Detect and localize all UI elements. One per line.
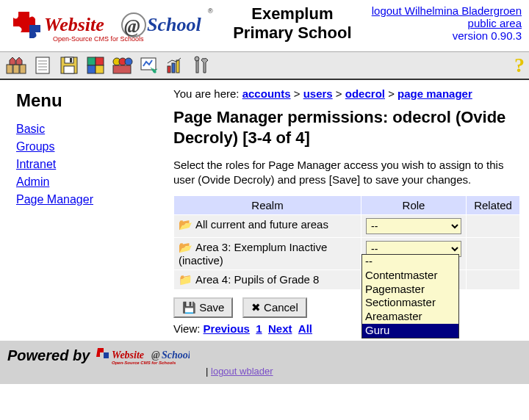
save-disk-icon[interactable] [57, 55, 81, 76]
role-select-0[interactable]: -- [366, 218, 461, 234]
svg-text:✔: ✔ [152, 67, 158, 75]
svg-rect-23 [96, 65, 104, 73]
svg-rect-32 [176, 60, 179, 73]
svg-rect-11 [36, 57, 49, 73]
pager: View: Previous 1 Next All [173, 322, 520, 335]
table-row: 📁Area 4: Pupils of Grade 8 [174, 270, 520, 290]
svg-marker-10 [16, 57, 22, 65]
menu-heading: Menu [16, 90, 162, 111]
config-icon[interactable]: ✔ [137, 55, 160, 76]
org-title-1: Exemplum [213, 4, 372, 23]
page-description: Select the roles for Page Manager access… [173, 158, 520, 187]
folder-icon: 📂 [179, 218, 192, 231]
svg-rect-30 [168, 66, 170, 73]
sidebar-item-intranet[interactable]: Intranet [16, 158, 162, 171]
folder-icon: 📁 [179, 273, 192, 286]
tools-icon[interactable] [190, 55, 213, 76]
svg-text:@: @ [151, 350, 160, 361]
puzzle-icon[interactable] [84, 55, 107, 76]
role-option[interactable]: -- [362, 255, 458, 269]
page-icon[interactable] [31, 55, 54, 76]
stats-icon[interactable] [163, 55, 187, 76]
home-icon[interactable] [4, 55, 28, 76]
pager-page[interactable]: 1 [256, 322, 262, 335]
users-icon[interactable] [110, 55, 134, 76]
svg-rect-17 [65, 57, 73, 63]
svg-rect-7 [13, 65, 19, 73]
powered-by: Powered by Website @ School Open-Source … [7, 345, 190, 366]
logo[interactable]: Website @ School Open-Source CMS for Sch… [7, 4, 213, 48]
sidebar-item-groups[interactable]: Groups [16, 140, 162, 153]
svg-rect-8 [20, 65, 26, 73]
role-dropdown-open[interactable]: -- Contentmaster Pagemaster Sectionmaste… [361, 254, 459, 338]
org-title-2: Primary School [213, 23, 372, 43]
svg-rect-31 [172, 63, 175, 73]
crumb-page-manager[interactable]: page manager [397, 87, 472, 100]
svg-text:®: ® [208, 7, 213, 15]
svg-rect-27 [113, 65, 131, 73]
sidebar-item-admin[interactable]: Admin [16, 175, 162, 189]
col-related: Related [467, 196, 520, 215]
breadcrumb: You are here: accounts > users > odecrol… [173, 87, 520, 100]
svg-rect-21 [96, 57, 104, 65]
svg-rect-20 [87, 57, 96, 65]
role-option-selected[interactable]: Guru [362, 324, 458, 338]
svg-text:School: School [162, 350, 190, 361]
svg-rect-18 [64, 66, 74, 73]
role-option[interactable]: Contentmaster [362, 269, 458, 283]
crumb-accounts[interactable]: accounts [242, 87, 291, 100]
cancel-button[interactable]: ✖ Cancel [242, 297, 307, 318]
sidebar-item-page-manager[interactable]: Page Manager [16, 193, 162, 206]
svg-text:School: School [147, 14, 201, 35]
role-option[interactable]: Pagemaster [362, 283, 458, 297]
footer-logout-link[interactable]: logout wblader [211, 366, 273, 377]
svg-rect-6 [7, 65, 12, 73]
help-icon[interactable]: ? [514, 54, 525, 77]
pager-prev[interactable]: Previous [204, 322, 250, 335]
crumb-odecrol[interactable]: odecrol [345, 87, 385, 100]
crumb-users[interactable]: users [303, 87, 333, 100]
role-option[interactable]: Sectionmaster [362, 296, 458, 310]
svg-rect-19 [70, 58, 72, 62]
sidebar-item-basic[interactable]: Basic [16, 123, 162, 136]
table-row: 📂Area 3: Exemplum Inactive (inactive) --… [174, 238, 520, 270]
role-option[interactable]: Areamaster [362, 310, 458, 324]
svg-marker-9 [10, 57, 15, 65]
svg-point-34 [195, 57, 199, 61]
svg-text:Open-Source CMS for Schools: Open-Source CMS for Schools [53, 35, 144, 43]
svg-point-26 [125, 58, 132, 65]
col-realm: Realm [174, 196, 361, 215]
table-row: 📂All current and future areas -- [174, 215, 520, 238]
version-label: version 0.90.3 [453, 29, 522, 42]
public-area-link[interactable]: public area [468, 17, 522, 29]
save-button[interactable]: 💾 Save [173, 297, 233, 318]
pager-all[interactable]: All [298, 322, 312, 335]
svg-text:Open-Source CMS for Schools: Open-Source CMS for Schools [112, 361, 176, 365]
svg-text:Website: Website [44, 14, 104, 35]
svg-text:@: @ [124, 15, 140, 37]
pager-next[interactable]: Next [268, 322, 292, 335]
svg-rect-22 [87, 65, 96, 73]
logout-link[interactable]: logout Wilhelmina Bladergroen [372, 4, 522, 17]
col-role: Role [361, 196, 467, 215]
folder-icon: 📂 [179, 241, 192, 253]
svg-text:Website: Website [112, 350, 144, 361]
toolbar: ✔ ? [0, 51, 529, 80]
permissions-table: Realm Role Related 📂All current and futu… [173, 195, 520, 290]
page-title: Page Manager permissions: odecrol (Ovide… [173, 107, 520, 148]
